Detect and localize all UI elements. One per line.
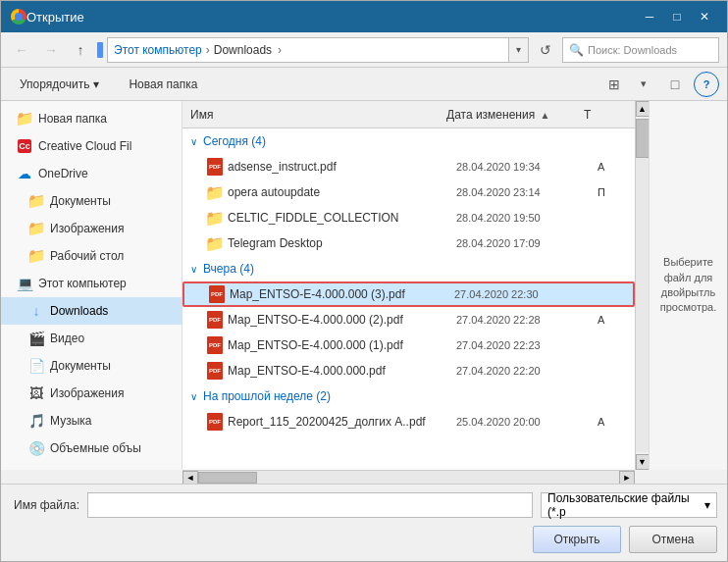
col-name-header[interactable]: Имя bbox=[190, 108, 446, 122]
volumes-icon: 💿 bbox=[28, 440, 44, 456]
minimize-button[interactable]: ─ bbox=[637, 6, 662, 27]
group-lastweek-label[interactable]: На прошлой неделе (2) bbox=[203, 389, 331, 403]
title-bar: Открытие ─ □ ✕ bbox=[1, 1, 727, 32]
folder-row[interactable]: 📁 CELTIC_FIDDLE_COLLECTION 28.04.2020 19… bbox=[182, 205, 635, 230]
scroll-thumb[interactable] bbox=[636, 119, 650, 158]
dialog-buttons: Открыть Отмена bbox=[11, 526, 717, 553]
file-row[interactable]: PDF adsense_instruct.pdf 28.04.2020 19:3… bbox=[182, 154, 635, 179]
breadcrumb-root[interactable]: Этот компьютер bbox=[114, 43, 202, 57]
view-toggle-button[interactable]: ▾ bbox=[631, 72, 656, 97]
breadcrumb-dropdown-button[interactable]: ▾ bbox=[509, 37, 529, 63]
scroll-up-button[interactable]: ▲ bbox=[636, 101, 650, 117]
col-type-header[interactable]: Т bbox=[584, 108, 613, 122]
scroll-right-button[interactable]: ► bbox=[619, 471, 635, 485]
search-placeholder: Поиск: Downloads bbox=[588, 44, 677, 56]
file-row[interactable]: PDF Map_ENTSO-E-4.000.000.pdf 27.04.2020… bbox=[182, 358, 635, 383]
images2-icon: 🖼 bbox=[28, 385, 44, 401]
h-scroll-thumb[interactable] bbox=[198, 472, 257, 484]
organize-button[interactable]: Упорядочить ▾ bbox=[9, 72, 110, 97]
app-icon bbox=[11, 9, 26, 25]
pdf-icon: PDF bbox=[206, 413, 224, 431]
pdf-icon: PDF bbox=[206, 311, 224, 329]
main-content: 📁 Новая папка Cc Creative Cloud Fil ☁ On… bbox=[1, 101, 727, 470]
onedrive-icon: ☁ bbox=[17, 166, 32, 181]
sidebar-item-creative[interactable]: Cc Creative Cloud Fil bbox=[1, 132, 182, 160]
filename-row: Имя файла: Пользовательские файлы (*.p ▾ bbox=[11, 492, 717, 518]
sidebar-item-music[interactable]: 🎵 Музыка bbox=[1, 407, 182, 434]
group-yesterday-header[interactable]: ∨ Вчера (4) bbox=[182, 256, 635, 281]
dialog-title: Открытие bbox=[26, 10, 637, 25]
computer-icon: 💻 bbox=[17, 276, 32, 291]
refresh-button[interactable]: ↺ bbox=[533, 37, 558, 63]
sidebar-item-this-computer[interactable]: 💻 Этот компьютер bbox=[1, 270, 182, 297]
maximize-button[interactable]: □ bbox=[664, 6, 690, 27]
file-row[interactable]: PDF Map_ENTSO-E-4.000.000 (1).pdf 27.04.… bbox=[182, 332, 635, 358]
group-today-header[interactable]: ∨ Сегодня (4) bbox=[182, 128, 635, 154]
action-bar: Упорядочить ▾ Новая папка ⊞ ▾ □ ? bbox=[1, 68, 727, 101]
sidebar-item-images2[interactable]: 🖼 Изображения bbox=[1, 380, 182, 407]
file-date: 27.04.2020 22:28 bbox=[456, 314, 594, 326]
new-folder-button[interactable]: Новая папка bbox=[118, 72, 208, 97]
file-area-wrapper: Имя Дата изменения ▲ Т ∨ Сегодня (4) bbox=[182, 101, 649, 470]
up-button[interactable]: ↑ bbox=[68, 37, 93, 63]
scrollbar[interactable]: ▲ ▼ bbox=[635, 101, 649, 470]
file-list-header: Имя Дата изменения ▲ Т bbox=[182, 101, 635, 128]
group-today-label[interactable]: Сегодня (4) bbox=[203, 134, 266, 148]
sidebar-volumes-label: Объемные объы bbox=[50, 441, 141, 455]
file-row[interactable]: PDF Report_115_20200425_долгих А..pdf 25… bbox=[182, 409, 635, 434]
search-box[interactable]: 🔍 Поиск: Downloads bbox=[562, 37, 719, 63]
group-lastweek-header[interactable]: ∨ На прошлой неделе (2) bbox=[182, 383, 635, 409]
sidebar-item-downloads[interactable]: ↓ Downloads bbox=[1, 297, 182, 325]
close-button[interactable]: ✕ bbox=[692, 6, 717, 27]
group-today-arrow: ∨ bbox=[190, 136, 197, 147]
preview-text: Выберите файл для двойрытль просмотра. bbox=[657, 255, 719, 316]
filetype-select[interactable]: Пользовательские файлы (*.p ▾ bbox=[541, 492, 717, 518]
folder-date: 28.04.2020 17:09 bbox=[456, 237, 594, 249]
file-type: А bbox=[598, 161, 627, 173]
sidebar-item-new-folder[interactable]: 📁 Новая папка bbox=[1, 105, 182, 132]
sidebar-item-onedrive[interactable]: ☁ OneDrive bbox=[1, 160, 182, 187]
view-list-button[interactable]: ⊞ bbox=[601, 72, 627, 97]
sidebar-computer-label: Этот компьютер bbox=[38, 277, 127, 290]
file-list[interactable]: ∨ Сегодня (4) PDF adsense_instruct.pdf 2… bbox=[182, 128, 635, 470]
scroll-left-button[interactable]: ◄ bbox=[182, 471, 198, 485]
sidebar-item-video[interactable]: 🎬 Видео bbox=[1, 325, 182, 352]
open-button[interactable]: Открыть bbox=[533, 526, 621, 553]
sidebar-item-documents[interactable]: 📁 Документы bbox=[1, 187, 182, 215]
folder-row[interactable]: 📁 Telegram Desktop 28.04.2020 17:09 bbox=[182, 230, 635, 256]
filename-label: Имя файла: bbox=[11, 498, 79, 512]
file-date: 27.04.2020 22:20 bbox=[456, 365, 594, 377]
sidebar-item-desktop[interactable]: 📁 Рабочий стол bbox=[1, 242, 182, 270]
sidebar-item-volumes[interactable]: 💿 Объемные объы bbox=[1, 434, 182, 462]
cancel-button[interactable]: Отмена bbox=[629, 526, 717, 553]
selected-file-row[interactable]: PDF Map_ENTSO-E-4.000.000 (3).pdf 27.04.… bbox=[182, 281, 635, 307]
file-row[interactable]: PDF Map_ENTSO-E-4.000.000 (2).pdf 27.04.… bbox=[182, 307, 635, 332]
h-scroll-track bbox=[198, 471, 619, 485]
bottom-bar: Имя файла: Пользовательские файлы (*.p ▾… bbox=[1, 484, 727, 561]
help-button[interactable]: ? bbox=[694, 72, 719, 97]
scroll-down-button[interactable]: ▼ bbox=[636, 454, 650, 470]
open-dialog: Открытие ─ □ ✕ ← → ↑ Этот компьютер › Do… bbox=[0, 0, 728, 562]
file-date: 25.04.2020 20:00 bbox=[456, 416, 594, 428]
group-yesterday-label[interactable]: Вчера (4) bbox=[203, 262, 254, 276]
window-controls: ─ □ ✕ bbox=[637, 6, 717, 27]
sidebar-item-images[interactable]: 📁 Изображения bbox=[1, 215, 182, 242]
folder-type: П bbox=[598, 186, 627, 198]
breadcrumb-bar[interactable]: Этот компьютер › Downloads › bbox=[107, 37, 509, 63]
sidebar-images2-label: Изображения bbox=[50, 386, 124, 400]
group-yesterday-arrow: ∨ bbox=[190, 264, 197, 275]
music-icon: 🎵 bbox=[28, 413, 44, 429]
forward-button[interactable]: → bbox=[38, 37, 64, 63]
sidebar-downloads-label: Downloads bbox=[50, 304, 108, 318]
folder-row[interactable]: 📁 opera autoupdate 28.04.2020 23:14 П bbox=[182, 179, 635, 205]
preview-toggle-button[interactable]: □ bbox=[660, 72, 690, 97]
sidebar-desktop-label: Рабочий стол bbox=[50, 249, 124, 263]
back-button[interactable]: ← bbox=[9, 37, 34, 63]
sidebar-creative-label: Creative Cloud Fil bbox=[38, 139, 131, 153]
view-controls: ⊞ ▾ □ ? bbox=[601, 72, 719, 97]
sidebar-item-docs2[interactable]: 📄 Документы bbox=[1, 352, 182, 380]
filename-input[interactable] bbox=[87, 492, 533, 518]
sidebar-new-folder-label: Новая папка bbox=[38, 112, 107, 126]
folder-name: opera autoupdate bbox=[228, 185, 452, 199]
sidebar-documents-label: Документы bbox=[50, 194, 111, 208]
